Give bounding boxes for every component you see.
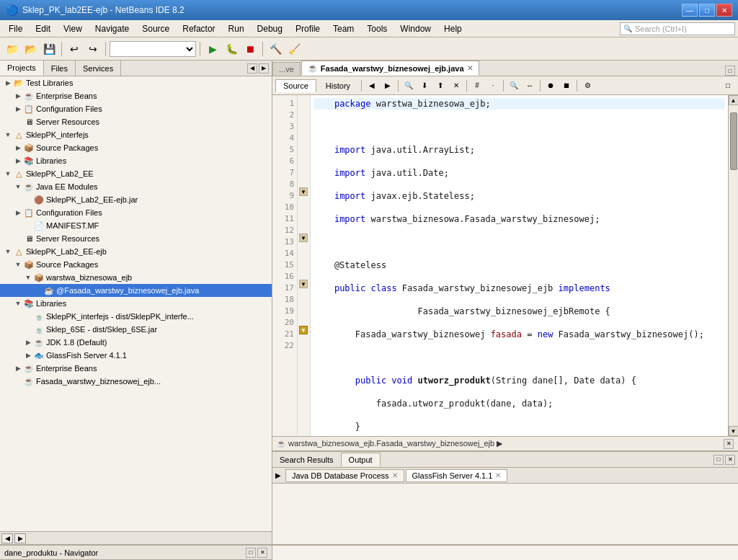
tab-projects[interactable]: Projects [0, 61, 44, 76]
glassfish-tab[interactable]: GlassFish Server 4.1.1 ✕ [406, 469, 508, 482]
editor-panel-maximize[interactable]: □ [725, 66, 735, 76]
tree-item-glassfish[interactable]: ▶ 🐟 GlassFish Server 4.1.1 [0, 349, 272, 362]
build-button[interactable]: 🔨 [267, 40, 284, 58]
editor-tab-inactive[interactable]: ...ve [272, 62, 301, 76]
tree-fwd-btn[interactable]: ▶ [14, 533, 26, 543]
tree-item-manifest[interactable]: 📄 MANIFEST.MF [0, 219, 272, 232]
tree-item-test-libraries[interactable]: ▶ 📂 Test Libraries [0, 76, 272, 89]
menu-help[interactable]: Help [438, 22, 468, 35]
menu-refactor[interactable]: Refactor [177, 22, 221, 35]
fwd-button[interactable]: ▶ [381, 79, 395, 93]
menu-tools[interactable]: Tools [361, 22, 393, 35]
tree-item-enterprise-beans[interactable]: ▶ ☕ Enterprise Beans [0, 89, 272, 102]
maximize-button[interactable]: □ [699, 4, 715, 17]
menu-window[interactable]: Window [394, 22, 437, 35]
scroll-track[interactable] [729, 105, 738, 426]
next-bookmark[interactable]: ⬇ [417, 79, 432, 93]
stop-button[interactable]: ⏹ [241, 40, 259, 58]
open-button[interactable]: 📂 [22, 40, 39, 58]
tree-item-warstwa[interactable]: ▼ 📦 warstwa_biznesowa_ejb [0, 271, 272, 284]
nav-maximize[interactable]: □ [246, 548, 256, 558]
tree-item-libraries-1[interactable]: ▶ 📚 Libraries [0, 154, 272, 167]
debug-button[interactable]: 🐛 [223, 40, 240, 58]
undo-button[interactable]: ↩ [66, 40, 83, 58]
java-db-close[interactable]: ✕ [392, 471, 398, 479]
close-button[interactable]: ✕ [716, 4, 732, 17]
tree-item-source-packages-2[interactable]: ▼ 📦 Source Packages [0, 258, 272, 271]
search-results-tab[interactable]: Search Results [272, 453, 341, 466]
menu-profile[interactable]: Profile [290, 22, 326, 35]
tree-item-config-files-1[interactable]: ▶ 📋 Configuration Files [0, 102, 272, 115]
scroll-up-arrow[interactable]: ▲ [729, 95, 739, 105]
menu-run[interactable]: Run [223, 22, 250, 35]
menu-edit[interactable]: Edit [30, 22, 56, 35]
tree-item-sklepPK-lab2-ee[interactable]: ▼ △ SklepPK_Lab2_EE [0, 167, 272, 180]
editor-vertical-scrollbar[interactable]: ▲ ▼ [728, 95, 738, 436]
tab-services[interactable]: Services [76, 61, 121, 76]
save-button[interactable]: 💾 [40, 40, 58, 58]
search-box[interactable]: 🔍 Search (Ctrl+I) [620, 22, 735, 35]
tree-item-source-packages-1[interactable]: ▶ 📦 Source Packages [0, 141, 272, 154]
replace-button[interactable]: ↔ [523, 79, 537, 93]
menu-team[interactable]: Team [327, 22, 360, 35]
glassfish-close[interactable]: ✕ [495, 471, 501, 479]
clean-button[interactable]: 🧹 [285, 40, 303, 58]
tree-item-server-res-2[interactable]: 🖥 Server Resources [0, 232, 272, 245]
tree-item-java-ee-modules[interactable]: ▼ ☕ Java EE Modules [0, 180, 272, 193]
panel-right-button[interactable]: ▶ [259, 63, 269, 74]
run-button[interactable]: ▶ [204, 40, 221, 58]
fold-marker-2[interactable]: ▼ [299, 234, 308, 242]
java-db-tab[interactable]: Java DB Database Process ✕ [285, 469, 404, 482]
run-macro[interactable]: ⏺ [543, 79, 558, 93]
menu-debug[interactable]: Debug [252, 22, 288, 35]
tree-item-enterprise-beans-2[interactable]: ▶ ☕ Enterprise Beans [0, 362, 272, 375]
tree-back-btn[interactable]: ◀ [1, 533, 13, 543]
output-maximize[interactable]: □ [713, 455, 724, 465]
fold-marker-3[interactable]: ▼ [299, 280, 308, 288]
stop-macro[interactable]: ⏹ [559, 79, 574, 93]
nav-close[interactable]: ✕ [257, 548, 267, 558]
tree-item-libraries-2[interactable]: ▼ 📚 Libraries [0, 297, 272, 310]
code-content[interactable]: package warstwa_biznesowa_ejb; import ja… [311, 95, 728, 436]
menu-file[interactable]: File [3, 22, 28, 35]
tree-item-server-res-1[interactable]: 🖥 Server Resources [0, 115, 272, 128]
history-tab-button[interactable]: History [318, 79, 358, 92]
prev-bookmark[interactable]: ⬆ [433, 79, 448, 93]
panel-left-button[interactable]: ◀ [247, 63, 257, 74]
tree-item-ejb-jar[interactable]: 🟤 SklepPK_Lab2_EE-ejb.jar [0, 193, 272, 206]
toggle-bookmark[interactable]: 🔍 [401, 79, 416, 93]
fold-marker-1[interactable]: ▼ [299, 187, 308, 196]
tab-files[interactable]: Files [44, 61, 76, 76]
code-gen[interactable]: ⚙ [580, 79, 595, 93]
toggle-whitespace[interactable]: · [486, 79, 500, 93]
breadcrumb-text[interactable]: warstwa_biznesowa_ejb.Fasada_warstwy_biz… [288, 439, 502, 448]
find-button[interactable]: 🔍 [507, 79, 521, 93]
remove-bookmark[interactable]: ✕ [449, 79, 463, 93]
tree-item-fasada-enterprise[interactable]: ☕ Fasada_warstwy_biznesowej_ejb... [0, 375, 272, 388]
toggle-linenum[interactable]: # [470, 79, 484, 93]
editor-maximize[interactable]: □ [721, 79, 735, 93]
tree-item-fasada-file[interactable]: ☕ @Fasada_warstwy_biznesowej_ejb.java [0, 284, 272, 297]
breadcrumb-close[interactable]: ✕ [724, 439, 734, 449]
scroll-down-arrow[interactable]: ▼ [729, 426, 739, 436]
tree-item-sklep-interfejs-jar[interactable]: 🍵 SklepPK_interfejs - dist/SklepPK_inter… [0, 310, 272, 323]
menu-navigate[interactable]: Navigate [89, 22, 135, 35]
output-close[interactable]: ✕ [725, 455, 735, 465]
tree-item-jdk[interactable]: ▶ ☕ JDK 1.8 (Default) [0, 336, 272, 349]
redo-button[interactable]: ↪ [84, 40, 102, 58]
tree-item-config-files-2[interactable]: ▶ 📋 Configuration Files [0, 206, 272, 219]
tree-item-sklepPK-interfejs[interactable]: ▼ △ SklepPK_interfejs [0, 128, 272, 141]
tree-item-sklep-6se-jar[interactable]: 🍵 Sklep_6SE - dist/Sklep_6SE.jar [0, 323, 272, 336]
minimize-button[interactable]: — [682, 4, 698, 17]
toolbar-dropdown[interactable] [110, 41, 196, 57]
fold-marker-active[interactable]: ▼ [299, 326, 308, 334]
menu-source[interactable]: Source [136, 22, 175, 35]
menu-view[interactable]: View [58, 22, 88, 35]
source-tab-button[interactable]: Source [275, 79, 316, 92]
tree-item-sklepPK-ejb[interactable]: ▼ △ SklepPK_Lab2_EE-ejb [0, 245, 272, 258]
close-tab-button[interactable]: ✕ [467, 64, 473, 72]
new-project-button[interactable]: 📁 [3, 40, 20, 58]
project-tree[interactable]: ▶ 📂 Test Libraries ▶ ☕ Enterprise Beans … [0, 76, 272, 531]
editor-tab-active[interactable]: ☕ Fasada_warstwy_biznesowej_ejb.java ✕ [301, 61, 479, 76]
output-tab[interactable]: Output [341, 453, 381, 466]
